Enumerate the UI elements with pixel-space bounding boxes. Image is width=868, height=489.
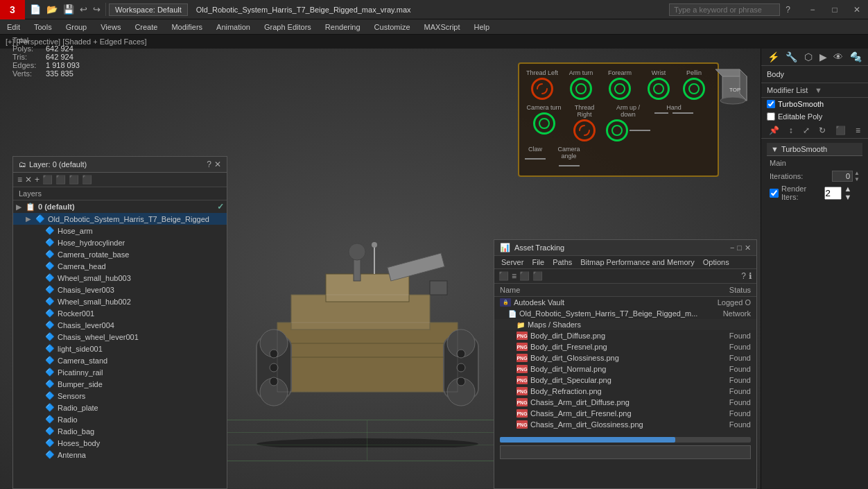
ts-render-down[interactable]: ▼ [844, 193, 852, 201]
asset-row[interactable]: 🔒Autodesk VaultLogged O [494, 297, 756, 308]
layer-item[interactable]: 🔷Sensors [13, 390, 227, 402]
layer-object-icon[interactable]: ⬛ [82, 175, 92, 185]
menubar-item-tools[interactable]: Tools [27, 22, 59, 33]
asset-row[interactable]: PNGBody_dirt_Specular.pngFound [494, 375, 756, 386]
menubar-item-edit[interactable]: Edit [0, 22, 27, 33]
ts-render-iters-input[interactable] [824, 187, 842, 200]
modifier-turbosmooth[interactable]: TurboSmooth [761, 98, 868, 110]
layer-item[interactable]: 🔷light_side001 [13, 343, 227, 354]
layer-item[interactable]: 🔷Wheel_small_hub002 [13, 295, 227, 307]
layer-item[interactable]: 🔷Rocker001 [13, 307, 227, 319]
menubar-item-create[interactable]: Create [128, 22, 164, 33]
menubar-item-maxscript[interactable]: MAXScript [417, 22, 467, 33]
layer-panel-help[interactable]: ? [207, 160, 211, 169]
scale-icon[interactable]: ⤢ [803, 126, 810, 135]
ts-collapse-icon[interactable]: ▼ [771, 145, 779, 153]
pin-icon[interactable]: 📌 [769, 126, 779, 135]
layer-item[interactable]: ▶📋0 (default)✓ [13, 200, 227, 213]
rotate-icon[interactable]: ↻ [819, 126, 826, 135]
asset-info-icon[interactable]: ℹ [749, 271, 752, 281]
editablepoly-checkbox[interactable] [767, 112, 775, 121]
asset-row[interactable]: PNGBody_dirt_Fresnel.pngFound [494, 341, 756, 352]
layer-item[interactable]: 🔷Radio_bag [13, 425, 227, 437]
menubar-item-help[interactable]: Help [467, 22, 497, 33]
hierarchy-icon[interactable]: ⬡ [804, 51, 813, 62]
layer-menu-icon[interactable]: ≡ [17, 175, 22, 185]
layer-hide-icon[interactable]: ⬛ [55, 175, 66, 185]
turbosmooth-checkbox[interactable] [767, 100, 775, 108]
create-icon[interactable]: ⚡ [767, 51, 779, 62]
asset-menu-item-file[interactable]: File [529, 257, 547, 267]
layer-delete-icon[interactable]: ✕ [25, 175, 32, 185]
modify-icon[interactable]: 🔧 [785, 51, 797, 62]
layer-freeze-icon[interactable]: ⬛ [42, 175, 53, 185]
redo-icon[interactable]: ↪ [91, 3, 103, 16]
modifier-editablepoly[interactable]: Editable Poly [761, 110, 868, 123]
layer-item[interactable]: 🔷Hose_hydrocylinder [13, 237, 227, 248]
layer-item[interactable]: 🔷Picatinny_rail [13, 366, 227, 378]
mirror-icon[interactable]: ⬛ [835, 126, 846, 135]
menubar-item-graph-editors[interactable]: Graph Editors [257, 22, 318, 33]
asset-row[interactable]: PNGBody_dirt_Diffuse.pngFound [494, 330, 756, 341]
modifier-list-header[interactable]: Modifier List ▼ [761, 83, 868, 98]
layer-render-icon[interactable]: ⬛ [69, 175, 79, 185]
maximize-button[interactable]: □ [824, 0, 846, 19]
layer-item[interactable]: ▶🔷Old_Robotic_System_Harris_T7_Beige_Rig… [13, 213, 227, 225]
ts-render-up[interactable]: ▲ [844, 185, 852, 193]
menubar-item-rendering[interactable]: Rendering [318, 22, 367, 33]
ts-iterations-input[interactable] [832, 171, 853, 182]
asset-menu-item-paths[interactable]: Paths [550, 257, 575, 267]
asset-row[interactable]: PNGChasis_Arm_dirt_Glossiness.pngFound [494, 419, 756, 430]
asset-maximize-button[interactable]: □ [737, 243, 742, 252]
layer-item[interactable]: 🔷Antenna [13, 449, 227, 461]
display-icon[interactable]: 👁 [833, 51, 843, 62]
navigator-cube[interactable]: TOP [709, 62, 757, 111]
layer-item[interactable]: 🔷Wheel_small_hub003 [13, 272, 227, 284]
asset-row[interactable]: PNGBody_Refraction.pngFound [494, 386, 756, 397]
motion-icon[interactable]: ▶ [819, 51, 827, 62]
ts-iterations-up[interactable]: ▲ [854, 170, 860, 176]
utilities-icon[interactable]: 🔩 [850, 51, 862, 62]
layer-panel-close[interactable]: ✕ [214, 160, 221, 169]
asset-help-icon[interactable]: ? [741, 271, 746, 281]
move-icon[interactable]: ↕ [789, 126, 793, 135]
asset-row[interactable]: PNGBody_dirt_Normal.pngFound [494, 363, 756, 375]
asset-minimize-button[interactable]: − [730, 243, 734, 252]
asset-row[interactable]: PNGChasis_Arm_dirt_Diffuse.pngFound [494, 397, 756, 408]
ts-render-checkbox[interactable] [770, 189, 779, 198]
ts-iterations-down[interactable]: ▼ [854, 176, 860, 182]
layer-add-icon[interactable]: + [35, 175, 40, 185]
asset-menu-item-server[interactable]: Server [498, 257, 526, 267]
workspace-selector[interactable]: Workspace: Default [109, 3, 188, 16]
undo-icon[interactable]: ↩ [78, 3, 89, 16]
close-button[interactable]: ✕ [846, 0, 868, 19]
save-icon[interactable]: 💾 [61, 3, 76, 16]
menubar-item-group[interactable]: Group [59, 22, 94, 33]
layer-item[interactable]: 🔷Chasis_lever003 [13, 284, 227, 295]
asset-row[interactable]: PNGChasis_Arm_dirt_Fresnel.pngFound [494, 408, 756, 419]
menubar-item-customize[interactable]: Customize [367, 22, 417, 33]
asset-tool-4[interactable]: ⬛ [532, 271, 543, 281]
layer-item[interactable]: 🔷Camera_head [13, 260, 227, 272]
layer-item[interactable]: 🔷Radio [13, 413, 227, 425]
layer-item[interactable]: 🔷Hose_arm [13, 225, 227, 237]
asset-menu-item-options[interactable]: Options [700, 257, 732, 267]
layer-item[interactable]: 🔷Radio_plate [13, 402, 227, 413]
menubar-item-views[interactable]: Views [94, 22, 128, 33]
layer-item[interactable]: 🔷Camera_stand [13, 354, 227, 366]
open-icon[interactable]: 📂 [44, 3, 60, 16]
asset-close-button[interactable]: ✕ [745, 243, 751, 252]
layer-expand-icon[interactable]: ▶ [26, 215, 33, 223]
asset-search-bar[interactable] [500, 445, 751, 459]
menubar-item-animation[interactable]: Animation [209, 22, 257, 33]
layer-item[interactable]: 🔷Camera_rotate_base [13, 248, 227, 260]
asset-row[interactable]: 📄Old_Robotic_System_Harris_T7_Beige_Rigg… [494, 308, 756, 319]
new-icon[interactable]: 📄 [28, 3, 43, 16]
layer-item[interactable]: 🔷Bumper_side [13, 378, 227, 390]
asset-tool-1[interactable]: ⬛ [498, 271, 509, 281]
layer-expand-icon[interactable]: ▶ [16, 203, 23, 211]
asset-row[interactable]: 📁Maps / Shaders [494, 319, 756, 330]
asset-menu-item-bitmap-performance-and-memory[interactable]: Bitmap Performance and Memory [578, 257, 697, 267]
asset-tool-2[interactable]: ≡ [512, 271, 517, 281]
layer-item[interactable]: 🔷Hoses_body [13, 437, 227, 449]
